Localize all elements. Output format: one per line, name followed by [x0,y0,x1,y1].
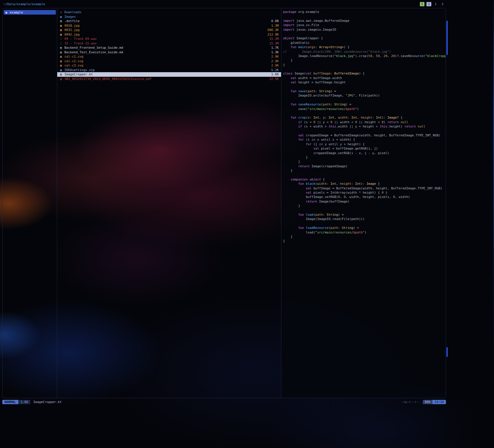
code-line: object ImageCropper { [283,36,446,41]
parent-pane: ▣ example [3,8,57,398]
file-row[interactable]: ▤ImageCropper.kt1.6K [57,72,281,77]
code-line: } [283,156,446,160]
code-token: $path [346,107,355,111]
folder-icon: ▣ [5,11,10,14]
code-line: val pixel = buffImage.getRGB(i, j) [283,147,446,151]
file-name: 09 - Track 09.wav [64,37,267,41]
tab-3[interactable]: 2 [433,2,438,6]
code-token: y until y + height) { [323,142,365,146]
image-icon: ▦ [60,55,64,58]
code-token: this [380,125,388,128]
code-token: fun [291,116,297,119]
tab-4[interactable]: 3 [440,2,445,6]
file-name: cal-c3.svg [64,64,269,67]
code-token [296,45,298,49]
code-token: { [321,178,325,181]
file-row[interactable]: ▦cal-c3.svg2.9K [57,63,281,68]
code-token: : [331,72,334,75]
file-name: IDEAsettings.zip [64,68,269,72]
file-size: 2.9K [271,59,279,63]
code-line: } [283,58,446,63]
file-row[interactable]: ▦cal-c2.svg2.9K [57,59,281,64]
code-token: Image(ImageIO.read(File(path))) [283,217,365,221]
code-token [283,213,298,217]
code-token: String [334,103,346,106]
code-token: null [401,120,408,124]
code-token: 0 [313,120,315,124]
file-row[interactable]: ▦0042.jpg212.9K [57,32,281,37]
code-line: for (j in y until y + height) { [283,142,446,147]
code-token: BufferedImage [334,72,359,75]
code-line [283,222,446,226]
file-row[interactable]: ♪09 - Track 09.wav15.3M [57,37,281,41]
tab-2[interactable]: 1 [426,2,431,6]
file-row[interactable]: ▦cal-c1.svg2.9K [57,54,281,59]
code-token: height [361,116,372,119]
code-token: ImageCropper { [295,36,323,40]
file-row[interactable]: ▦0028.jpg1.3M [57,23,281,28]
code-token [283,142,306,146]
tab-1[interactable]: 1 [420,2,425,6]
file-row[interactable]: ▧IDEAsettings.zip5.2K [57,68,281,72]
code-token: { [399,116,402,119]
code-token: ) { [344,45,349,49]
file-row[interactable]: ▦0031.jpg586.3K [57,28,281,32]
file-row[interactable]: ▤.dotfile0.0B [57,19,281,23]
file-name: SBI_0032013739_2023_DE05_0003155631Invoi… [64,77,267,81]
code-line: fun saveResource(path: String) = [283,103,446,107]
preview-pane[interactable]: package org.exampleimport java.awt.image… [281,8,446,398]
code-line: } [283,235,446,239]
code-token: java.awt.image.BufferedImage [295,19,349,23]
code-token [283,226,298,230]
code-token: black [306,182,315,186]
statusbar-right: -rw-r--r-- 93% 15/16 [401,400,446,404]
code-line: return Image(croppedImage) [283,164,446,169]
code-token [283,45,291,49]
mode-badge: NORMAL [2,400,18,404]
code-token: height = buffImage.height [296,80,345,84]
code-token: java.io.File [295,23,319,27]
code-line: } [283,63,446,67]
file-size: 15.3M [269,37,279,41]
code-token: Int [351,116,357,119]
code-line [283,67,446,72]
file-row[interactable]: ▤Backend_Frontend_Setup_Guide.md1.7K [57,46,281,50]
code-token: fun [298,182,304,186]
code-token: load( [283,231,315,234]
code-token: Int [355,182,361,186]
tree-item-example[interactable]: ▣ example [4,10,56,15]
file-row[interactable]: ↧Downloads [57,10,281,15]
file-row[interactable]: ▣Images [57,15,281,19]
terminal-window: ~/Data/example/example 1123 ▣ example ↧D… [0,0,448,407]
code-token: , [336,182,340,186]
file-permissions: -rw-r--r-- [401,400,420,404]
file-size: 1.3K [271,50,279,54]
code-token: } [283,239,285,243]
code-token: } [283,160,300,164]
tab-bar: 1123 [420,2,445,6]
code-token: Image(croppedImage) [310,164,347,168]
code-token: for [298,138,304,142]
code-token: "blackCropped. [425,54,446,58]
code-token: (x + width > [302,125,329,128]
file-row[interactable]: ▥SBI_0032013739_2023_DE05_0003155631Invo… [57,77,281,81]
code-token: fun [291,103,297,106]
code-token: val [306,191,311,194]
file-row[interactable]: ♪15 - Track 15.wav15.3M [57,41,281,46]
breadcrumb-path: ~/Data/example/example [3,2,45,6]
code-token: for [306,142,311,146]
code-token: Array<String> [319,45,344,49]
code-token: saveResource [298,103,321,106]
code-token: return [306,200,317,203]
code-token: path [308,89,315,93]
code-token [283,120,298,124]
file-row[interactable]: ▤Backend_Test_Execution_Guide.md1.3K [57,50,281,55]
code-token: companion object [291,178,321,181]
image-icon: ▦ [60,64,64,67]
code-token [283,138,298,142]
file-size: 15.3M [269,42,279,45]
code-token [283,147,313,150]
code-token [296,103,298,106]
code-token: ): [382,116,388,119]
code-token: null [418,125,425,128]
